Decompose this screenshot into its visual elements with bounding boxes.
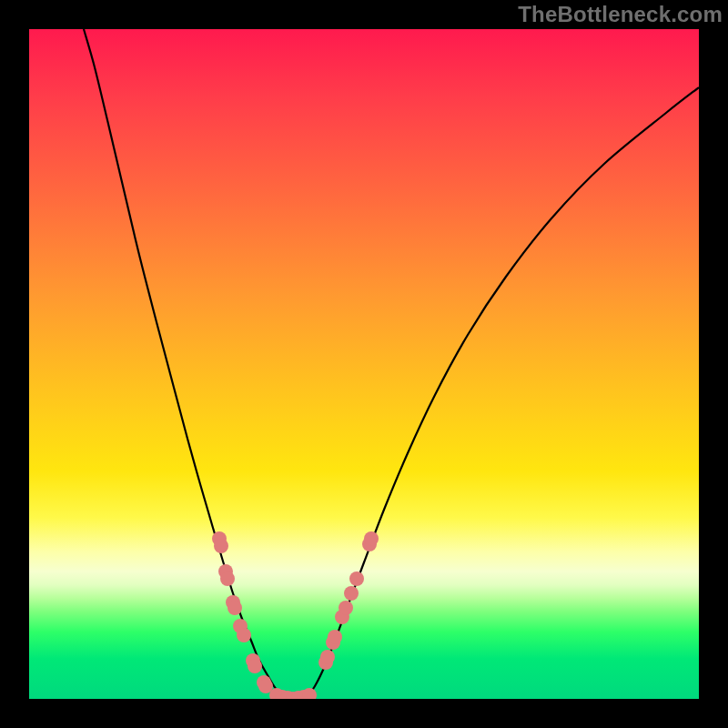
data-marker [349,571,364,586]
data-marker [302,688,317,699]
data-marker [339,601,353,615]
data-marker [214,539,228,553]
chart-frame: TheBottleneck.com [0,0,728,728]
data-marker [237,628,251,642]
data-markers [212,531,379,699]
data-marker [320,650,335,664]
data-marker [228,601,242,615]
watermark-text: TheBottleneck.com [518,2,723,27]
data-marker [248,659,262,673]
data-marker [344,586,359,601]
plot-area [29,29,699,699]
curve-overlay [29,29,699,699]
right-curve [306,87,699,699]
data-marker [328,630,342,644]
data-marker [220,571,235,586]
left-curve [84,29,288,699]
data-marker [364,531,379,546]
